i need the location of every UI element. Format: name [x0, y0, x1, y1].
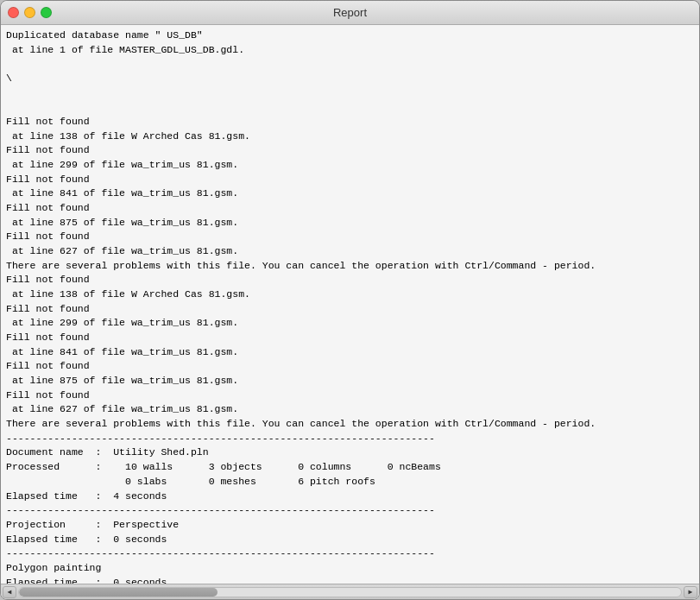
- scrollbar-thumb[interactable]: [19, 588, 218, 597]
- horizontal-scrollbar[interactable]: [18, 587, 682, 597]
- traffic-lights: [8, 7, 52, 18]
- scroll-right-button[interactable]: ▶: [684, 586, 697, 598]
- report-window: Report Duplicated database name " US_DB"…: [0, 0, 700, 600]
- scroll-left-button[interactable]: ◀: [3, 586, 16, 598]
- close-button[interactable]: [8, 7, 19, 18]
- report-text[interactable]: Duplicated database name " US_DB" at lin…: [1, 25, 699, 584]
- title-bar: Report: [1, 1, 699, 25]
- maximize-button[interactable]: [41, 7, 52, 18]
- content-area: Duplicated database name " US_DB" at lin…: [1, 25, 699, 584]
- window-title: Report: [333, 6, 367, 19]
- minimize-button[interactable]: [24, 7, 35, 18]
- bottom-bar: ◀ ▶: [1, 584, 699, 599]
